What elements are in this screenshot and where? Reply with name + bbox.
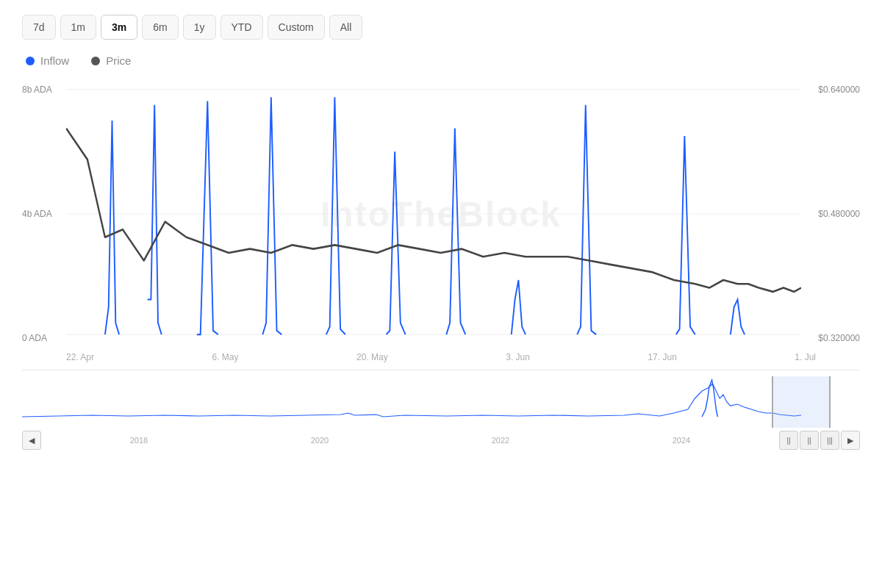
chart-svg <box>66 82 801 346</box>
mini-x-label-3: 2024 <box>673 436 690 445</box>
mini-x-label-0: 2018 <box>130 436 148 445</box>
bottom-nav: ◀ 2018 2020 2022 2024 || || ||| ▶ <box>22 431 860 450</box>
nav-left-arrow[interactable]: ◀ <box>22 431 41 450</box>
y-right-top: $0.640000 <box>801 85 860 95</box>
btn-1m[interactable]: 1m <box>60 15 96 40</box>
inflow-label: Inflow <box>40 54 69 67</box>
x-label-3: 3. Jun <box>506 352 530 362</box>
y-left-mid: 4b ADA <box>22 209 66 219</box>
price-dot <box>91 57 100 65</box>
mini-chart-wrapper: ◀ 2018 2020 2022 2024 || || ||| ▶ <box>22 376 860 442</box>
x-label-4: 17. Jun <box>648 352 676 362</box>
btn-1y[interactable]: 1y <box>183 15 216 40</box>
y-right-mid: $0.480000 <box>801 209 860 219</box>
btn-ytd[interactable]: YTD <box>220 15 263 40</box>
mini-chart-section: ◀ 2018 2020 2022 2024 || || ||| ▶ <box>22 370 860 442</box>
time-range-bar: 7d 1m 3m 6m 1y YTD Custom All <box>22 15 860 40</box>
btn-6m[interactable]: 6m <box>142 15 178 40</box>
x-label-2: 20. May <box>356 352 388 362</box>
x-label-5: 1. Jul <box>795 352 816 362</box>
legend-price: Price <box>91 54 131 67</box>
nav-grip-2[interactable]: || <box>800 431 819 450</box>
x-axis: 22. Apr 6. May 20. May 3. Jun 17. Jun 1.… <box>22 346 860 362</box>
main-chart: 8b ADA 4b ADA 0 ADA $0.640000 $0.480000 … <box>22 82 860 346</box>
btn-custom[interactable]: Custom <box>268 15 325 40</box>
x-label-1: 6. May <box>212 352 239 362</box>
mini-x-label-2: 2022 <box>492 436 509 445</box>
mini-chart-svg <box>22 376 801 428</box>
y-left-top: 8b ADA <box>22 85 66 95</box>
mini-x-label-1: 2020 <box>311 436 329 445</box>
y-axis-right: $0.640000 $0.480000 $0.320000 <box>801 82 860 346</box>
inflow-dot <box>26 57 35 65</box>
y-axis-left: 8b ADA 4b ADA 0 ADA <box>22 82 66 346</box>
price-label: Price <box>106 54 131 67</box>
y-left-bot: 0 ADA <box>22 333 66 343</box>
btn-7d[interactable]: 7d <box>22 15 56 40</box>
nav-right-arrow[interactable]: ▶ <box>841 431 860 450</box>
legend-inflow: Inflow <box>26 54 69 67</box>
range-selector[interactable] <box>772 376 831 428</box>
chart-legend: Inflow Price <box>22 54 860 67</box>
btn-3m[interactable]: 3m <box>101 15 137 40</box>
nav-grip-3[interactable]: ||| <box>820 431 839 450</box>
nav-grip-1[interactable]: || <box>779 431 798 450</box>
btn-all[interactable]: All <box>329 15 363 40</box>
y-right-bot: $0.320000 <box>801 333 860 343</box>
x-label-0: 22. Apr <box>66 352 94 362</box>
